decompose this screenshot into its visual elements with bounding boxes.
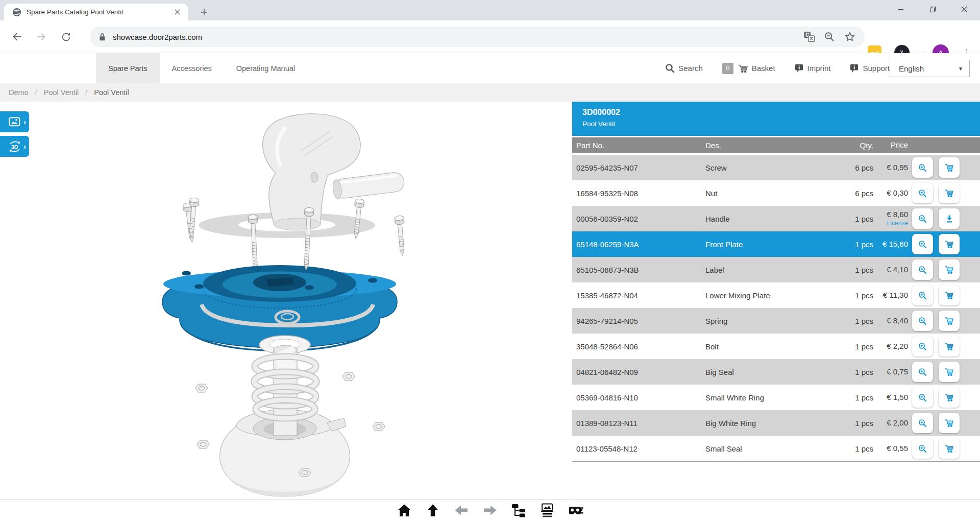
table-row[interactable]: 15385-46872-N04 Lower Mixing Plate 1 pcs… [572,282,980,308]
table-row[interactable]: 05369-04816-N10 Small White Ring 1 pcs €… [572,385,980,410]
table-row[interactable]: 65105-06873-N3B Label 1 pcs € 4,10 [572,257,980,282]
support-button[interactable]: Support [850,64,890,73]
tab-close-icon[interactable] [173,8,182,17]
license-link[interactable]: License [873,220,908,227]
table-row[interactable]: 02595-64235-N07 Screw 6 pcs € 0,95 [572,155,980,180]
zoom-part-button[interactable] [912,208,933,229]
breadcrumb-level1[interactable]: Pool Ventil [44,88,79,97]
zoom-part-button[interactable] [912,438,933,459]
price-value: € 0,75 [887,367,908,376]
zoom-part-button[interactable] [912,234,933,254]
part-no-cell: 00056-00359-N02 [576,215,705,223]
reload-icon[interactable] [57,28,75,46]
back-step-button[interactable] [450,502,473,519]
browser-toolbar: showcase.door2parts.com G •••! 6 ✂ A ⋮ [0,20,980,53]
image-gallery-button[interactable] [535,502,559,519]
breadcrumb-root[interactable]: Demo [9,88,29,97]
menu-item[interactable]: Spare Parts [96,53,160,83]
3d-panel-toggle-button[interactable]: 3D › [0,136,29,157]
part-no-cell: 65148-06259-N3A [576,240,705,249]
zoom-part-button[interactable] [912,183,933,203]
table-row[interactable]: 94265-79214-N05 Spring 1 pcs € 8,40 [572,308,980,334]
add-to-basket-button[interactable] [939,336,960,357]
add-to-basket-button[interactable] [939,157,960,178]
table-row[interactable]: 04821-06482-N09 Big Seal 1 pcs € 0,75 [572,359,980,385]
nut-part[interactable] [195,384,208,392]
zoom-part-button[interactable] [912,413,933,433]
forward-icon[interactable] [32,28,51,46]
assembly-code: 3D000002 [582,108,980,117]
browser-tab[interactable]: Spare Parts Catalog Pool Ventil [4,4,188,20]
nut-part[interactable] [342,372,355,381]
cart-icon [944,291,954,300]
menu-item[interactable]: Operating Manual [224,53,307,83]
forward-step-button[interactable] [478,502,502,519]
qty-cell: 1 pcs [843,444,873,453]
table-row[interactable]: 00056-00359-N02 Handle 1 pcs € 8,60 Lice… [572,206,980,231]
address-bar[interactable]: showcase.door2parts.com G [90,27,865,47]
add-to-basket-button[interactable] [939,362,960,382]
back-icon[interactable] [8,28,26,46]
zoom-part-button[interactable] [912,157,933,178]
zoom-part-button[interactable] [912,336,933,357]
table-row[interactable]: 35048-52864-N06 Bolt 1 pcs € 2,20 [572,334,980,359]
download-button[interactable] [939,208,960,229]
price-value: € 15,60 [883,240,908,248]
zoom-part-button[interactable] [912,259,933,280]
cart-icon [944,367,954,376]
table-row[interactable]: 01389-08123-N11 Big White Ring 1 pcs € 2… [572,410,980,436]
up-level-button[interactable] [421,502,445,519]
chevron-down-icon: ▼ [958,66,963,72]
restore-icon[interactable] [917,0,948,18]
add-to-basket-button[interactable] [939,234,960,254]
parts-table: 02595-64235-N07 Screw 6 pcs € 0,95 [572,155,980,462]
image-panel-toggle-button[interactable]: › [0,111,29,132]
main-menu: Spare Parts Accessories Operating Manual [96,53,307,83]
language-select[interactable]: English ▼ [890,60,970,77]
add-to-basket-button[interactable] [939,387,960,408]
chevron-right-icon: › [23,141,26,150]
home-button[interactable] [393,502,416,519]
nut-part[interactable] [299,468,311,477]
zoom-part-button[interactable] [912,387,933,408]
home-icon [397,503,412,518]
add-to-basket-button[interactable] [939,285,960,305]
part-no-cell: 35048-52864-N06 [576,342,705,351]
vr-view-button[interactable] [564,502,587,519]
close-window-icon[interactable] [948,0,980,18]
search-button[interactable]: Search [665,63,703,73]
description-cell: Bolt [705,342,843,351]
translate-icon[interactable]: G [801,29,817,44]
add-to-basket-button[interactable] [939,438,960,459]
nut-part[interactable] [373,422,385,431]
new-tab-button[interactable] [197,5,211,19]
bookmark-star-icon[interactable] [842,29,857,44]
screw-part[interactable] [395,216,407,256]
zoom-in-icon [918,419,927,428]
3d-viewer[interactable]: › 3D › [0,102,571,499]
exploded-view-illustration[interactable] [0,102,571,499]
imprint-button[interactable]: Imprint [795,64,831,73]
nut-part[interactable] [197,440,209,448]
cart-icon [944,188,954,198]
add-to-basket-button[interactable] [939,413,960,433]
basket-button[interactable]: 0 Basket [722,63,775,74]
breadcrumb-current: Pool Ventil [94,88,129,97]
zoom-part-button[interactable] [912,362,933,382]
assembly-tree-button[interactable] [507,502,530,519]
add-to-basket-button[interactable] [939,259,960,280]
add-to-basket-button[interactable] [939,183,960,203]
zoom-out-page-icon[interactable] [822,29,837,44]
part-no-cell: 01123-05548-N12 [576,444,705,453]
zoom-part-button[interactable] [912,311,933,331]
menu-item[interactable]: Accessories [160,53,224,83]
handle-rod-part[interactable] [332,172,405,200]
table-row[interactable]: 01123-05548-N12 Small Seal 1 pcs € 0,55 [572,436,980,461]
minimize-icon[interactable] [885,0,917,18]
add-to-basket-button[interactable] [939,311,960,331]
arrow-left-icon [454,504,469,517]
table-row[interactable]: 16584-95325-N08 Nut 6 pcs € 0,30 [572,180,980,206]
price-cell: € 0,30 [873,188,908,198]
table-row[interactable]: 65148-06259-N3A Front Plate 1 pcs € 15,6… [572,231,980,257]
zoom-part-button[interactable] [912,285,933,305]
